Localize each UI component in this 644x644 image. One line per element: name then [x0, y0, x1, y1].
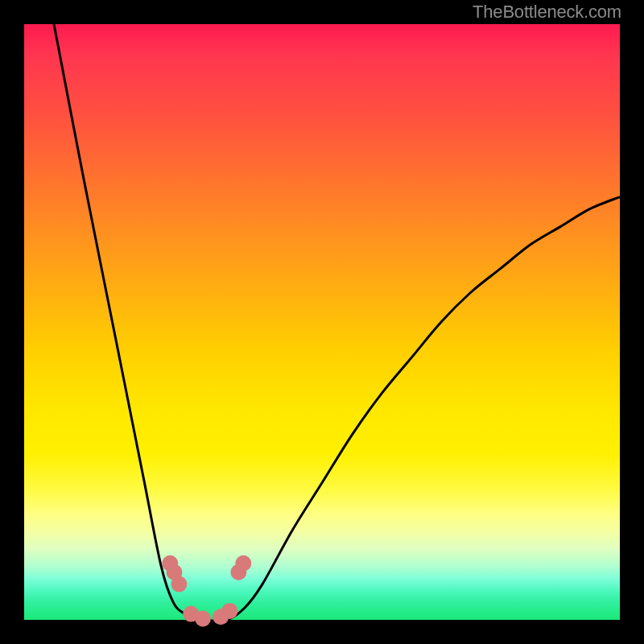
- data-marker: [235, 555, 251, 572]
- curve-right-arm: [203, 197, 620, 621]
- data-marker: [171, 576, 187, 592]
- data-marker: [221, 603, 237, 619]
- chart-svg: [24, 24, 620, 620]
- data-marker: [195, 611, 211, 627]
- curve-left-arm: [54, 24, 203, 620]
- watermark-text: TheBottleneck.com: [473, 2, 621, 23]
- marker-group: [162, 555, 251, 627]
